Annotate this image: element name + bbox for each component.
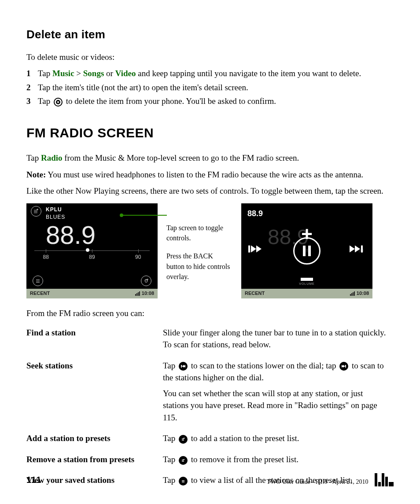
text: Tap xyxy=(163,361,177,370)
svg-rect-3 xyxy=(34,213,37,213)
signal-icon xyxy=(350,291,355,296)
svg-rect-19 xyxy=(182,438,184,439)
svg-rect-12 xyxy=(361,246,363,253)
signal-icon xyxy=(135,291,140,296)
svg-rect-23 xyxy=(182,460,184,461)
svg-marker-17 xyxy=(343,365,345,368)
feature-label: Remove a station from presets xyxy=(26,451,163,472)
footer-text: TWO User Guide - R1.0 - April 21, 2010 xyxy=(267,478,368,486)
feature-label: Add a station to presets xyxy=(26,430,163,451)
fm-intro: Tap Radio from the Music & More top-leve… xyxy=(26,152,394,164)
caption-back: Press the BACK button to hide controls o… xyxy=(166,251,232,282)
svg-rect-20 xyxy=(182,439,184,440)
svg-rect-2 xyxy=(34,211,37,212)
recent-label: RECENT xyxy=(245,290,265,297)
dial-tick: 90 xyxy=(135,254,141,261)
text: to remove it from the preset list. xyxy=(189,455,298,464)
text: Tap xyxy=(38,96,52,106)
link-video[interactable]: Video xyxy=(115,69,136,78)
delete-intro: To delete music or videos: xyxy=(26,51,394,63)
link-music[interactable]: Music xyxy=(52,69,74,78)
add-preset-icon xyxy=(179,435,188,444)
note-body: You must use wired headphones to listen … xyxy=(46,170,363,179)
kin-logo-icon: TM xyxy=(375,473,394,486)
svg-rect-24 xyxy=(182,461,184,462)
svg-rect-13 xyxy=(181,365,182,368)
delete-steps: 1 Tap Music > Songs or Video and keep ta… xyxy=(26,67,394,107)
feature-desc: Tap to remove it from the preset list. xyxy=(163,451,394,472)
svg-marker-8 xyxy=(251,246,256,253)
svg-marker-10 xyxy=(350,246,355,253)
feature-label: Seek stations xyxy=(26,357,163,430)
svg-rect-18 xyxy=(345,365,346,368)
text: from the Music & More top-level screen t… xyxy=(63,153,299,162)
tuner-needle xyxy=(86,248,89,252)
step-number: 3 xyxy=(26,95,38,107)
fm-screenshot-controls: 88.9 88.9 88 89 90 + VOLUME RECENT 10:0 xyxy=(241,203,372,298)
trademark: TM xyxy=(389,482,394,486)
shop-icon xyxy=(141,276,151,286)
step-body: Tap to delete the item from your phone. … xyxy=(38,95,394,107)
heading-delete-item: Delete an item xyxy=(26,26,394,43)
text: to scan to the stations lower on the dia… xyxy=(189,361,338,370)
page-footer: 111 TWO User Guide - R1.0 - April 21, 20… xyxy=(26,473,394,486)
text: Tap xyxy=(163,434,177,443)
add-preset-icon xyxy=(31,206,41,217)
text: to delete the item from your phone. You'… xyxy=(64,96,276,106)
volume-down-icon xyxy=(301,278,313,281)
fm-screenshot-tuner: KPLU BLUES 88.9 88 89 90 RECENT 10:08 xyxy=(26,203,158,298)
svg-marker-9 xyxy=(256,246,262,253)
feature-label: Find a station xyxy=(26,324,163,357)
text: or xyxy=(104,69,115,78)
volume-label: VOLUME xyxy=(299,282,315,286)
svg-rect-5 xyxy=(36,281,40,281)
delete-icon xyxy=(54,98,63,107)
page-number: 111 xyxy=(26,474,41,486)
note-label: Note: xyxy=(26,170,46,179)
fm-toggle-desc: Like the other Now Playing screens, ther… xyxy=(26,185,394,197)
step-body: Tap Music > Songs or Video and keep tapp… xyxy=(38,67,394,80)
fm-from-intro: From the FM radio screen you can: xyxy=(26,307,394,320)
text: Tap xyxy=(26,153,41,162)
seek-up-icon xyxy=(339,362,348,371)
frequency-small: 88.9 xyxy=(247,208,263,219)
svg-rect-22 xyxy=(182,460,184,460)
feature-desc: Tap to add a station to the preset list. xyxy=(163,430,394,451)
preset-list-icon xyxy=(33,276,43,286)
svg-rect-1 xyxy=(34,210,37,210)
svg-marker-11 xyxy=(355,246,360,253)
caption-toggle: Tap screen to toggle controls. xyxy=(166,223,232,243)
step-number: 2 xyxy=(26,81,38,94)
recent-label: RECENT xyxy=(30,290,50,297)
callout-leader-line xyxy=(122,215,167,216)
screenshot-captions: Tap screen to toggle controls. Press the… xyxy=(166,203,232,282)
svg-rect-25 xyxy=(183,459,184,460)
text: > xyxy=(74,69,83,78)
link-songs[interactable]: Songs xyxy=(83,69,104,78)
fm-note: Note: You must use wired headphones to l… xyxy=(26,169,394,181)
dial-tick: 88 xyxy=(43,254,49,261)
pause-button-icon xyxy=(293,237,321,265)
tuner-bar: 88 89 90 xyxy=(34,250,150,261)
step-body: Tap the item's title (not the art) to op… xyxy=(38,81,394,94)
svg-rect-7 xyxy=(248,246,250,253)
text: and keep tapping until you navigate to t… xyxy=(136,69,361,78)
svg-rect-6 xyxy=(36,282,40,283)
svg-rect-21 xyxy=(182,440,184,441)
text: Slide your finger along the tuner bar to… xyxy=(163,327,389,351)
seek-forward-icon xyxy=(350,243,365,259)
seek-down-icon xyxy=(179,362,188,371)
remove-preset-icon xyxy=(179,456,188,465)
feature-table: Find a station Slide your finger along t… xyxy=(26,324,394,493)
seek-back-icon xyxy=(248,243,264,259)
text: to add a station to the preset list. xyxy=(189,434,299,443)
link-radio[interactable]: Radio xyxy=(41,153,63,162)
heading-fm-radio: FM RADIO SCREEN xyxy=(26,123,394,143)
svg-rect-4 xyxy=(36,280,40,280)
text: Tap xyxy=(38,69,52,78)
text: You can set whether the scan will stop a… xyxy=(163,387,389,424)
step-number: 1 xyxy=(26,67,38,80)
dial-tick: 89 xyxy=(89,254,95,261)
feature-desc: Slide your finger along the tuner bar to… xyxy=(163,324,394,357)
status-time: 10:08 xyxy=(142,290,154,297)
